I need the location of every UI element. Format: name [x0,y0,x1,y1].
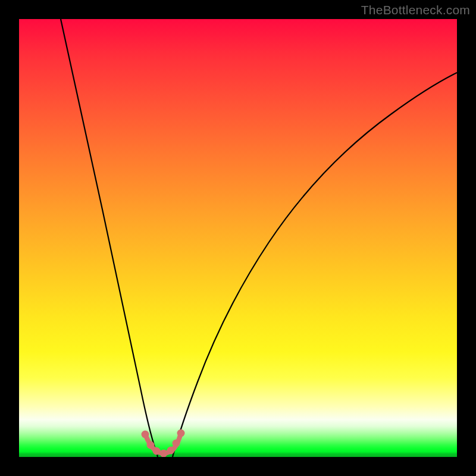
bottleneck-marker-dot [167,447,175,455]
chart-frame: TheBottleneck.com [0,0,476,476]
bottleneck-marker-dot [142,431,149,439]
bottleneck-marker-dot [173,440,180,447]
bottleneck-marker-dot [177,430,185,437]
bottleneck-curve-left [61,19,158,457]
bottleneck-marker-dot [160,450,168,458]
bottleneck-marker-dot [153,447,161,455]
curve-layer [19,19,457,457]
watermark-text: TheBottleneck.com [361,3,470,17]
bottleneck-curve-right [173,73,457,457]
plot-area [19,19,457,457]
bottleneck-marker-dot [147,441,155,449]
